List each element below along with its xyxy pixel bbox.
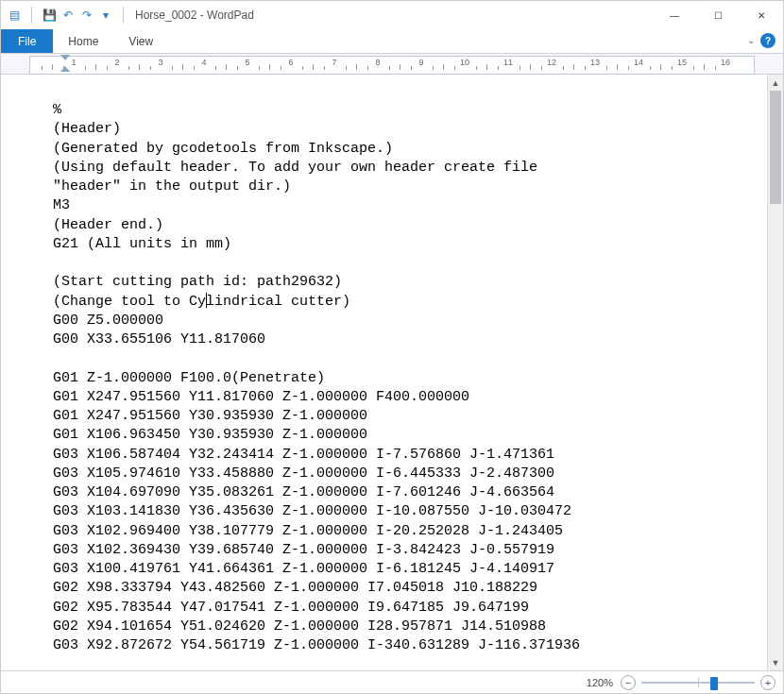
ruler-tick: [150, 66, 151, 70]
ruler-number: 5: [245, 58, 249, 67]
ruler-tick: [269, 64, 270, 70]
ruler-number: 16: [721, 58, 730, 67]
redo-icon[interactable]: ↷: [79, 8, 94, 23]
tab-view[interactable]: View: [113, 29, 168, 53]
document-line-with-caret: (Change tool to Cylindrical cutter): [53, 293, 758, 312]
ruler-tick: [52, 64, 53, 70]
scroll-down-icon[interactable]: ▼: [768, 654, 783, 670]
ruler-tick: [660, 64, 661, 70]
document-line: G03 X105.974610 Y33.458880 Z-1.000000 I-…: [53, 465, 758, 483]
tab-view-label: View: [128, 35, 153, 48]
ruler-tick: [433, 66, 434, 70]
ruler-number: 9: [418, 58, 423, 67]
ruler-number: 2: [114, 58, 119, 67]
ruler-tick: [63, 66, 64, 70]
document-line: G01 Z-1.000000 F100.0(Penetrate): [53, 369, 758, 388]
ruler-tick: [259, 66, 260, 70]
document-line: "header" in the output dir.): [53, 178, 758, 196]
ruler-tick: [411, 66, 412, 70]
quick-access-toolbar: ▤ 💾 ↶ ↷ ▾ Horse_0002 - WordPad: [7, 7, 254, 24]
zoom-slider-thumb[interactable]: [710, 677, 718, 690]
ruler-number: 3: [158, 58, 162, 67]
tab-file[interactable]: File: [1, 29, 53, 53]
ruler-tick: [281, 66, 281, 70]
ruler-tick: [172, 66, 173, 70]
ruler-number: 14: [634, 58, 643, 67]
help-icon[interactable]: ?: [760, 33, 775, 48]
scrollbar-thumb[interactable]: [770, 91, 781, 204]
ruler-tick: [585, 66, 586, 70]
ruler-number: 12: [547, 58, 556, 67]
ruler-tick: [139, 64, 140, 70]
ruler-tick: [454, 66, 455, 70]
document-line: [53, 254, 758, 273]
qat-separator: [31, 7, 32, 24]
document-line: (Start cutting path id: path29632): [53, 273, 758, 292]
vertical-scrollbar[interactable]: ▲ ▼: [767, 75, 783, 670]
customize-qat-icon[interactable]: ▾: [98, 8, 113, 23]
document-line: [53, 349, 758, 368]
tab-home-label: Home: [68, 35, 98, 48]
ruler-tick: [443, 64, 444, 70]
maximize-button[interactable]: ☐: [696, 1, 740, 29]
document-line: G02 X95.783544 Y47.017541 Z-1.000000 I9.…: [53, 599, 758, 618]
document-line: G02 X94.101654 Y51.024620 Z-1.000000 I28…: [53, 618, 758, 636]
caret-before-text: (Change tool to Cy: [53, 294, 206, 310]
zoom-slider[interactable]: [641, 675, 755, 690]
ruler-number: 1: [71, 58, 76, 67]
ruler-tick: [400, 64, 401, 70]
ruler-tick: [715, 66, 716, 70]
ruler-tick: [486, 64, 487, 70]
collapse-ribbon-icon[interactable]: ⌄: [747, 35, 755, 45]
ruler-tick: [194, 66, 195, 70]
document-line: (Header): [53, 120, 758, 139]
ruler-number: 4: [201, 58, 206, 67]
ruler-tick: [498, 66, 499, 70]
status-bar: 120% − +: [1, 670, 783, 693]
tab-home[interactable]: Home: [53, 29, 113, 53]
document-line: (Using default header. To add your own h…: [53, 159, 758, 178]
document-area: %(Header)(Generated by gcodetools from I…: [1, 75, 783, 670]
save-icon[interactable]: 💾: [42, 8, 57, 23]
ruler-tick: [302, 66, 303, 70]
caret-after-text: lindrical cutter): [206, 294, 350, 310]
ruler-tick: [237, 66, 238, 70]
ruler-tick: [520, 66, 520, 70]
window-title: Horse_0002 - WordPad: [135, 8, 254, 22]
ruler-tick: [215, 66, 216, 70]
zoom-slider-center-tick: [698, 678, 699, 687]
document-line: G03 X102.369430 Y39.685740 Z-1.000000 I-…: [53, 541, 758, 560]
ruler-number: 13: [590, 58, 600, 67]
close-button[interactable]: ✕: [740, 1, 783, 29]
first-line-indent-marker[interactable]: [60, 55, 70, 60]
document-line: G03 X102.969400 Y38.107779 Z-1.000000 I-…: [53, 522, 758, 541]
document-line: G01 X247.951560 Y30.935930 Z-1.000000: [53, 407, 758, 426]
scroll-up-icon[interactable]: ▲: [768, 75, 783, 91]
left-indent-marker[interactable]: [60, 66, 70, 72]
ruler-area: 12345678910111213141516: [1, 54, 783, 75]
document-line: G03 X92.872672 Y54.561719 Z-1.000000 I-3…: [53, 636, 758, 655]
document-content[interactable]: %(Header)(Generated by gcodetools from I…: [1, 75, 767, 670]
ruler-tick: [95, 64, 96, 70]
zoom-in-button[interactable]: +: [760, 675, 775, 690]
document-line: G00 X33.655106 Y11.817060: [53, 330, 758, 349]
app-icon: ▤: [7, 8, 22, 23]
ruler-number: 7: [332, 58, 336, 67]
ruler-tick: [128, 66, 129, 70]
scrollbar-track[interactable]: [768, 91, 783, 654]
qat-separator: [123, 7, 124, 24]
ruler-tick: [356, 64, 357, 70]
document-line: G03 X103.141830 Y36.435630 Z-1.000000 I-…: [53, 502, 758, 521]
minimize-button[interactable]: —: [653, 1, 696, 29]
ruler-tick: [541, 66, 542, 70]
ruler-tick: [324, 66, 325, 70]
ruler-tick: [346, 66, 347, 70]
ruler-tick: [628, 66, 629, 70]
ruler-tick: [42, 66, 43, 70]
zoom-out-button[interactable]: −: [621, 675, 636, 690]
ruler-number: 6: [288, 58, 293, 67]
ruler[interactable]: 12345678910111213141516: [29, 56, 755, 75]
undo-icon[interactable]: ↶: [60, 8, 76, 23]
ruler-tick: [313, 64, 314, 70]
ruler-tick: [693, 66, 694, 70]
